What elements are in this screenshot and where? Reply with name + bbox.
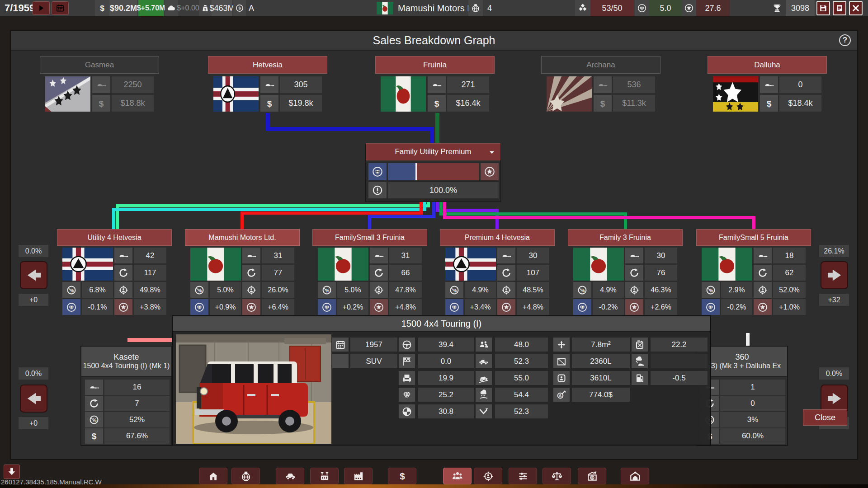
prestige-icon-cell bbox=[573, 299, 591, 315]
model-rating-delta: +2.6% bbox=[645, 299, 677, 315]
paddle-delta-left_bottom: +0 bbox=[19, 417, 48, 429]
chevron-down-icon bbox=[487, 148, 496, 157]
save-button[interactable] bbox=[816, 1, 830, 15]
margin-icon-cell bbox=[190, 282, 208, 298]
revenue-icon-cell bbox=[428, 95, 446, 112]
model-box-1: Utility 4 Hetvesia421176.8%49.8%-0.1%+3.… bbox=[57, 229, 172, 318]
prestige-rating-bar bbox=[388, 163, 479, 180]
margin-icon bbox=[577, 285, 588, 296]
model-tab-6[interactable]: FamilySmall 5 Fruinia bbox=[696, 229, 811, 246]
help-button[interactable]: ? bbox=[839, 34, 851, 46]
toolbar-marketing-button[interactable] bbox=[474, 468, 502, 484]
card-row-value: 60.0% bbox=[720, 428, 785, 444]
toolbar-settings-button[interactable] bbox=[509, 468, 537, 484]
interior-icon bbox=[556, 373, 567, 384]
country-box-dalluha: Dalluha0$18.4k bbox=[708, 56, 827, 137]
model-coverage: 52.0% bbox=[773, 282, 806, 298]
production-icon bbox=[89, 398, 99, 409]
reports-icon bbox=[835, 4, 844, 13]
model-360-card-title-line2: ev3) (Mk 3 + Dalluha Ex bbox=[703, 362, 781, 370]
loan-delta: $+0.00 bbox=[178, 0, 198, 16]
settings-icon bbox=[517, 470, 529, 482]
toolbar-stock-button[interactable] bbox=[578, 468, 606, 484]
comfort-icon bbox=[401, 373, 412, 384]
model-tab-4[interactable]: Premium 4 Hetvesia bbox=[440, 229, 555, 246]
prestige-icon-cell bbox=[368, 163, 387, 180]
stat-value: -0.5 bbox=[651, 371, 708, 385]
play-button[interactable] bbox=[33, 1, 50, 15]
toolbar-legal-button[interactable] bbox=[542, 468, 571, 484]
page-left-top-button[interactable] bbox=[20, 261, 47, 289]
series-dropdown[interactable]: Family Utility Premium bbox=[366, 143, 500, 160]
close-button[interactable]: Close bbox=[803, 409, 847, 426]
country-flag bbox=[381, 76, 426, 112]
toolbar-finance-button[interactable] bbox=[388, 468, 416, 484]
assets-icon bbox=[201, 4, 210, 13]
toolbar-factory-button[interactable] bbox=[344, 468, 373, 484]
model-units: 30 bbox=[645, 248, 677, 263]
paddle-delta-right_top: +32 bbox=[819, 294, 849, 306]
passengers-icon bbox=[478, 339, 489, 350]
stat-value: 48.0 bbox=[495, 338, 548, 352]
model-margin: 4.9% bbox=[465, 282, 496, 298]
country-box-fruinia: Fruinia271$16.4k bbox=[375, 56, 495, 137]
card-row-icon-cell bbox=[85, 428, 103, 444]
download-button[interactable] bbox=[4, 465, 20, 479]
model-tab-1[interactable]: Utility 4 Hetvesia bbox=[57, 229, 172, 246]
model-rating-delta: +4.8% bbox=[517, 299, 549, 315]
score-icon-cell bbox=[769, 0, 786, 16]
page-right-top-button[interactable] bbox=[821, 261, 848, 289]
revenue-icon-cell bbox=[92, 95, 110, 112]
toolbar-home-button[interactable] bbox=[199, 468, 227, 484]
model-margin: 5.0% bbox=[210, 282, 241, 298]
country-tab-hetvesia[interactable]: Hetvesia bbox=[208, 56, 327, 74]
flag-archana bbox=[547, 76, 592, 112]
rating-icon-cell bbox=[682, 0, 696, 16]
margin-icon bbox=[66, 285, 77, 296]
series-share-value: 100.0% bbox=[388, 182, 499, 198]
calendar-button[interactable] bbox=[52, 1, 69, 15]
assets-value: $463M bbox=[212, 0, 232, 16]
toolbar-world-button[interactable] bbox=[231, 468, 260, 484]
country-tab-fruinia[interactable]: Fruinia bbox=[375, 56, 495, 74]
model-margin: 2.9% bbox=[721, 282, 752, 298]
demand-icon bbox=[757, 285, 768, 296]
model-target: 107 bbox=[517, 265, 549, 281]
toolbar-dealership-button[interactable] bbox=[621, 468, 649, 484]
close-window-button[interactable] bbox=[849, 1, 863, 15]
reports-button[interactable] bbox=[833, 1, 846, 15]
revenue-icon-cell bbox=[760, 95, 778, 112]
page-right-bottom-button[interactable] bbox=[821, 385, 848, 413]
flag-gasmea bbox=[45, 76, 90, 112]
model-tab-5[interactable]: Family 3 Fruinia bbox=[568, 229, 683, 246]
units-icon bbox=[118, 250, 129, 261]
play-icon bbox=[37, 4, 45, 12]
race-flag-icon bbox=[401, 356, 412, 367]
units-icon bbox=[764, 80, 774, 90]
toolbar-staff-button[interactable] bbox=[443, 468, 472, 484]
toolbar-vehicles-button[interactable] bbox=[276, 468, 304, 484]
model-coverage: 48.5% bbox=[517, 282, 549, 298]
model-tab-3[interactable]: FamilySmall 3 Fruinia bbox=[312, 229, 427, 246]
country-tab-archana[interactable]: Archana bbox=[541, 56, 660, 74]
model-prestige-delta: -0.2% bbox=[593, 299, 624, 315]
legal-icon bbox=[551, 470, 563, 482]
toolbar-components-button[interactable] bbox=[310, 468, 339, 484]
page-left-bottom-button[interactable] bbox=[20, 385, 47, 413]
model-tab-2[interactable]: Mamushi Motors Ltd. bbox=[185, 229, 300, 246]
model-margin: 4.9% bbox=[593, 282, 624, 298]
stat-icon-cell bbox=[476, 371, 492, 385]
stat-value: 19.9 bbox=[418, 371, 474, 385]
company-flag bbox=[377, 2, 393, 14]
stat-icon-cell bbox=[399, 371, 415, 385]
dimensions-icon bbox=[556, 339, 567, 350]
units-icon bbox=[89, 382, 99, 393]
country-tab-dalluha[interactable]: Dalluha bbox=[708, 56, 827, 74]
country-tab-gasmea[interactable]: Gasmea bbox=[40, 56, 159, 74]
save-icon bbox=[819, 4, 828, 13]
stat-icon-cell bbox=[476, 338, 492, 352]
card-row-value: 0 bbox=[720, 396, 785, 411]
margin-icon bbox=[449, 285, 460, 296]
country-box-gasmea: Gasmea2250$18.8k bbox=[40, 56, 159, 137]
revenue-icon-cell bbox=[594, 95, 612, 112]
